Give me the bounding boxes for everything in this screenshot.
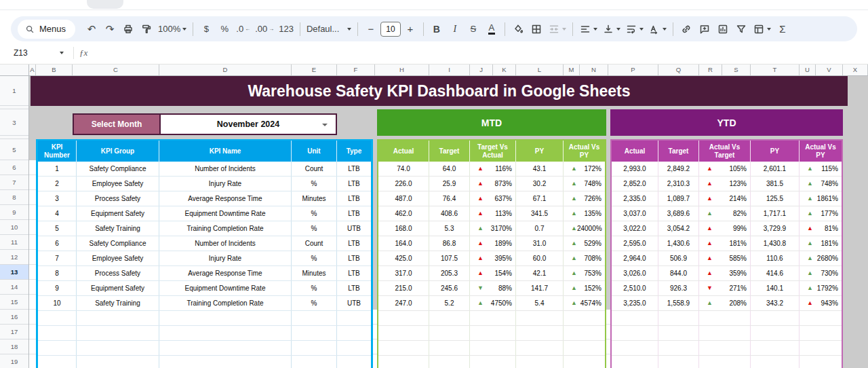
ytd-header-py[interactable]: PY — [751, 141, 800, 162]
dashboard-title-cell[interactable]: Warehouse Safety KPI Dashboard in Google… — [31, 76, 848, 106]
empty-cell[interactable] — [292, 341, 337, 355]
cell-mtd-avpy[interactable]: ▲708% — [564, 251, 605, 265]
cell-ytd-avpy[interactable]: ▲115% — [800, 162, 842, 176]
cell-kpi-number[interactable]: 4 — [38, 206, 77, 221]
cell-ytd-py[interactable]: 381.5 — [751, 177, 800, 191]
cell-ytd-target[interactable]: 3,054.2 — [658, 221, 699, 236]
ytd-header-actual[interactable]: Actual — [612, 141, 658, 162]
col-header-F[interactable]: F — [337, 65, 375, 75]
col-header-H[interactable]: H — [375, 65, 429, 75]
font-size-input[interactable]: 10 — [380, 22, 401, 37]
select-all-corner[interactable] — [0, 65, 29, 76]
cell-kpi-group[interactable]: Equipment Safety — [77, 206, 159, 221]
cell-kpi-group[interactable]: Safety Compliance — [77, 236, 159, 251]
empty-cell[interactable] — [159, 356, 292, 368]
cell-mtd-avpy[interactable]: ▲24000% — [564, 221, 605, 236]
cell-ytd-avpy[interactable]: ▲2680% — [800, 251, 842, 265]
cell-ytd-target[interactable]: 1,558.9 — [658, 296, 699, 310]
cell-ytd-avpy[interactable]: ▲81% — [800, 221, 842, 236]
print-button[interactable] — [119, 20, 137, 38]
cell-mtd-avpy[interactable]: ▲135% — [564, 206, 605, 221]
cell-ytd-actual[interactable]: 3,026.0 — [612, 266, 658, 280]
empty-cell[interactable] — [658, 341, 699, 355]
empty-cell[interactable] — [429, 326, 470, 340]
cell-kpi-number[interactable]: 2 — [38, 177, 77, 191]
empty-cell[interactable] — [800, 341, 842, 355]
empty-cell[interactable] — [800, 326, 842, 340]
cell-kpi-group[interactable]: Equipment Safety — [77, 281, 159, 295]
cell-mtd-actual[interactable]: 168.0 — [378, 221, 429, 236]
cell-mtd-actual[interactable]: 74.0 — [378, 162, 429, 176]
cell-ytd-py[interactable]: 343.2 — [751, 296, 800, 310]
zoom-select[interactable]: 100% — [156, 20, 189, 38]
cell-mtd-target[interactable]: 5.2 — [429, 296, 470, 310]
row-header-14[interactable]: 14 — [0, 280, 28, 295]
ytd-header-actual-vs-py[interactable]: Actual Vs PY — [800, 141, 842, 162]
cell-ytd-py[interactable]: 3,729.9 — [751, 221, 800, 236]
cell-mtd-target[interactable]: 86.8 — [429, 236, 470, 251]
empty-cell[interactable] — [429, 311, 470, 325]
empty-cell[interactable] — [38, 326, 77, 340]
row-header-19[interactable]: 19 — [0, 354, 28, 368]
cell-mtd-target[interactable]: 76.4 — [429, 191, 470, 206]
text-color-button[interactable]: A — [483, 20, 500, 38]
cell-kpi-unit[interactable]: Minutes — [292, 191, 337, 206]
empty-cell[interactable] — [751, 326, 800, 340]
empty-cell[interactable] — [337, 341, 371, 355]
cell-kpi-name[interactable]: Equipment Downtime Rate — [159, 206, 292, 221]
empty-cell[interactable] — [378, 341, 429, 355]
mtd-banner-cell[interactable]: MTD — [377, 109, 606, 136]
cell-mtd-avpy[interactable]: ▲726% — [564, 191, 605, 206]
cell-ytd-py[interactable]: 2,601.1 — [751, 162, 800, 176]
cell-mtd-avpy[interactable]: ▲753% — [564, 266, 605, 280]
cell-mtd-actual[interactable]: 487.0 — [378, 191, 429, 206]
cell-kpi-name[interactable]: Number of Incidents — [159, 236, 292, 251]
bold-button[interactable]: B — [428, 20, 446, 38]
col-header-M[interactable]: M — [564, 65, 580, 75]
cell-mtd-actual[interactable]: 462.0 — [378, 206, 429, 221]
cell-ytd-actual[interactable]: 2,335.0 — [612, 191, 658, 206]
empty-cell[interactable] — [612, 356, 658, 368]
cell-ytd-avt[interactable]: ▲208% — [699, 296, 751, 310]
cell-kpi-unit[interactable]: Minutes — [292, 266, 337, 280]
cell-kpi-group[interactable]: Safety Training — [77, 296, 159, 310]
cell-kpi-type[interactable]: LTB — [337, 177, 371, 191]
cell-mtd-target[interactable]: 205.3 — [429, 266, 470, 280]
empty-cell[interactable] — [378, 326, 429, 340]
cell-ytd-avt[interactable]: ▲585% — [699, 251, 751, 265]
empty-cell[interactable] — [337, 326, 371, 340]
cell-kpi-unit[interactable]: Count — [292, 162, 337, 176]
cell-kpi-unit[interactable]: % — [292, 177, 337, 191]
cell-ytd-avpy[interactable]: ▲181% — [800, 236, 842, 251]
merge-cells-button[interactable] — [546, 20, 568, 38]
cell-ytd-avt[interactable]: ▲181% — [699, 236, 751, 251]
empty-cell[interactable] — [751, 311, 800, 325]
row-header-8[interactable]: 8 — [0, 190, 28, 205]
cell-kpi-unit[interactable]: % — [292, 221, 337, 236]
empty-cell[interactable] — [429, 356, 470, 368]
empty-cell[interactable] — [470, 341, 516, 355]
cell-kpi-type[interactable]: UTB — [337, 296, 371, 310]
cell-mtd-avpy[interactable]: ▲748% — [564, 177, 605, 191]
cell-ytd-actual[interactable]: 2,852.0 — [612, 177, 658, 191]
cell-kpi-number[interactable]: 3 — [38, 191, 77, 206]
ytd-banner-cell[interactable]: YTD — [610, 109, 843, 136]
empty-cell[interactable] — [337, 311, 371, 325]
paint-format-button[interactable] — [138, 20, 155, 38]
empty-cell[interactable] — [564, 326, 605, 340]
col-header-U[interactable]: U — [800, 65, 816, 75]
cell-kpi-unit[interactable]: Count — [292, 236, 337, 251]
cell-kpi-name[interactable]: Equipment Downtime Rate — [159, 281, 292, 295]
cell-kpi-name[interactable]: Injury Rate — [159, 251, 292, 265]
empty-cell[interactable] — [516, 311, 564, 325]
cell-kpi-type[interactable]: UTB — [337, 221, 371, 236]
redo-button[interactable]: ↷ — [101, 20, 119, 38]
cell-ytd-avpy[interactable]: ▲177% — [800, 206, 842, 221]
kpi-header-group[interactable]: KPI Group — [77, 141, 159, 162]
cell-mtd-target[interactable]: 25.9 — [429, 177, 470, 191]
cell-mtd-target[interactable]: 107.5 — [429, 251, 470, 265]
cell-ytd-avt[interactable]: ▲105% — [699, 162, 751, 176]
cell-kpi-group[interactable]: Process Safety — [77, 266, 159, 280]
row-header-16[interactable]: 16 — [0, 310, 28, 325]
text-wrap-button[interactable] — [623, 20, 646, 38]
